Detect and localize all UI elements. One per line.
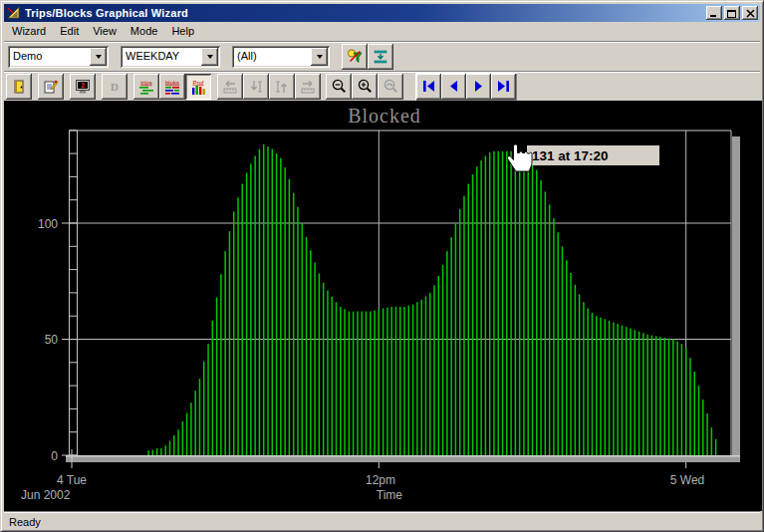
- menubar: Wizard Edit View Mode Help: [4, 22, 760, 41]
- daytype-combobox[interactable]: WEEKDAY: [121, 46, 220, 68]
- move-down-button: [243, 74, 269, 100]
- trips-mode-button[interactable]: trips: [133, 74, 159, 100]
- display-button[interactable]: 2: [70, 74, 96, 100]
- move-up-button: [269, 74, 295, 100]
- chevron-down-icon: [207, 55, 213, 59]
- blocks-mode-icon: bloks: [163, 78, 181, 96]
- previous-button[interactable]: [441, 74, 466, 100]
- application-window: Trips/Blocks Graphical Wizard Wizard Edi…: [0, 0, 764, 532]
- zoom-out-icon: [331, 78, 348, 95]
- blocked-profile-chart: Blocked 050100 4 Tue 12pm 5 Wed Jun 2002…: [4, 101, 762, 511]
- maximize-icon: [727, 9, 737, 18]
- svg-text:Prof: Prof: [192, 79, 203, 85]
- menu-view[interactable]: View: [86, 23, 124, 40]
- menu-edit[interactable]: Edit: [53, 23, 86, 40]
- measure-left-button: [217, 74, 243, 100]
- exit-door-icon: [11, 79, 27, 95]
- dataset-value: Demo: [8, 46, 90, 68]
- route-combobox[interactable]: (All): [232, 46, 330, 68]
- zoom-in-icon: [357, 78, 374, 95]
- y-tick-label-0: 0: [51, 449, 58, 463]
- dataset-dropdown-arrow[interactable]: [90, 48, 107, 66]
- svg-text:D: D: [111, 81, 119, 93]
- next-button[interactable]: [466, 74, 491, 100]
- svg-text:2: 2: [81, 82, 85, 89]
- zoom-in-button[interactable]: [352, 74, 378, 100]
- maximize-button[interactable]: [724, 6, 740, 20]
- monitor-2-icon: 2: [75, 79, 91, 95]
- dataset-combobox[interactable]: Demo: [8, 46, 109, 68]
- profile-mode-icon: Prof: [189, 78, 207, 96]
- svg-text:bloks: bloks: [165, 79, 179, 85]
- y-tick-label-50: 50: [45, 333, 59, 347]
- zoom-undo-button: [378, 74, 403, 100]
- main-toolbar: 2 D trips bloks: [4, 71, 760, 101]
- close-button[interactable]: [742, 6, 758, 20]
- daytype-dropdown-arrow[interactable]: [201, 48, 218, 66]
- d-letter-icon: D: [107, 79, 123, 95]
- daytype-value: WEEKDAY: [121, 46, 201, 68]
- x-tick-label-start: 4 Tue: [57, 473, 87, 487]
- x-tick-label-mid: 12pm: [366, 473, 395, 487]
- navigation-panel: [415, 73, 517, 101]
- last-icon: [496, 80, 511, 93]
- zoom-undo-icon: [382, 78, 399, 95]
- filter-funnel-icon: [347, 48, 364, 65]
- app-icon: [6, 5, 22, 21]
- profile-mode-button[interactable]: Prof: [185, 74, 211, 100]
- measure-right-icon: [300, 79, 316, 95]
- menu-help[interactable]: Help: [164, 23, 201, 40]
- titlebar[interactable]: Trips/Blocks Graphical Wizard: [4, 4, 760, 22]
- y-tick-label-100: 100: [38, 217, 58, 231]
- zoom-out-button[interactable]: [326, 74, 352, 100]
- month-label: Jun 2002: [21, 488, 71, 502]
- last-button[interactable]: [491, 74, 516, 100]
- tooltip-text: 131 at 17:20: [532, 148, 609, 163]
- plot-frame-right-band: [732, 136, 740, 462]
- properties-icon: [43, 79, 59, 95]
- menu-mode[interactable]: Mode: [124, 23, 165, 40]
- chart-area: Blocked 050100 4 Tue 12pm 5 Wed Jun 2002…: [4, 101, 762, 511]
- minimize-icon: [709, 9, 719, 18]
- x-axis-title: Time: [377, 488, 403, 502]
- previous-icon: [446, 80, 461, 93]
- close-icon: [746, 9, 755, 18]
- route-dropdown-arrow[interactable]: [311, 48, 328, 66]
- blocks-mode-button[interactable]: bloks: [159, 74, 185, 100]
- menu-wizard[interactable]: Wizard: [5, 23, 53, 40]
- next-icon: [471, 80, 486, 93]
- move-up-icon: [274, 79, 290, 95]
- window-title: Trips/Blocks Graphical Wizard: [25, 7, 704, 19]
- move-down-icon: [248, 79, 264, 95]
- minimize-button[interactable]: [706, 6, 722, 20]
- first-button[interactable]: [416, 74, 441, 100]
- x-tick-label-end: 5 Wed: [670, 473, 704, 487]
- route-value: (All): [232, 46, 311, 68]
- filter-toolbar: Demo WEEKDAY (All): [4, 41, 760, 71]
- chevron-down-icon: [96, 55, 102, 59]
- first-icon: [421, 80, 436, 93]
- data-tooltip: 131 at 17:20: [527, 145, 659, 165]
- svg-text:trips: trips: [140, 79, 151, 85]
- filter-button[interactable]: [342, 44, 368, 70]
- fit-range-button[interactable]: [368, 44, 393, 70]
- status-text: Ready: [9, 516, 41, 528]
- measure-left-icon: [222, 79, 238, 95]
- properties-button[interactable]: [38, 74, 64, 100]
- chevron-down-icon: [317, 55, 323, 59]
- trips-mode-icon: trips: [137, 78, 155, 96]
- fit-range-icon: [373, 49, 388, 65]
- statusbar: Ready: [4, 511, 760, 530]
- d-mode-button: D: [102, 74, 127, 100]
- measure-right-button: [295, 74, 321, 100]
- chart-title: Blocked: [348, 105, 421, 127]
- exit-button[interactable]: [6, 74, 32, 100]
